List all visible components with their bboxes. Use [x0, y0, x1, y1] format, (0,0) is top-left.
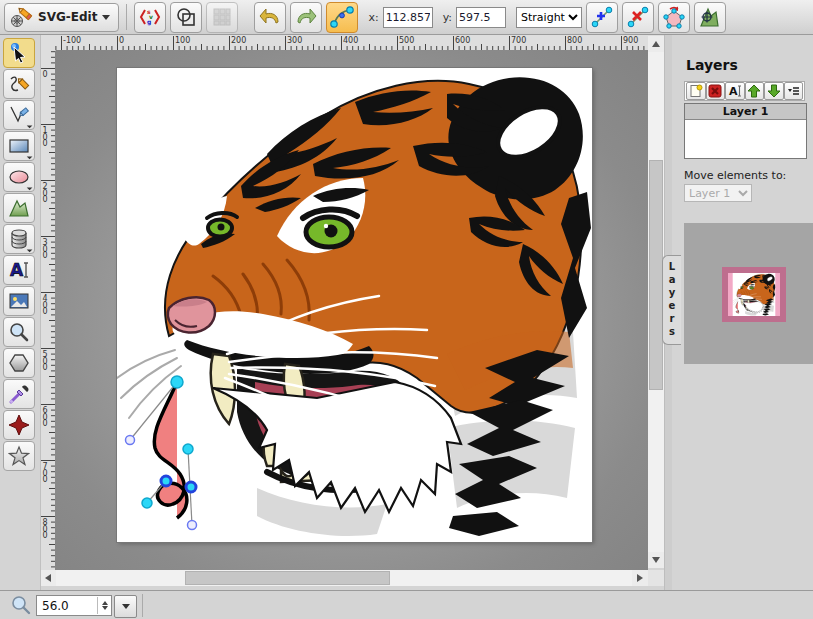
zoom-spinner[interactable] — [97, 597, 111, 614]
rectangle-tool-button[interactable] — [3, 131, 35, 161]
toolbar-separator — [126, 4, 127, 30]
open-path-button[interactable] — [694, 2, 726, 33]
control-handle — [126, 436, 135, 445]
scroll-left-button[interactable] — [40, 570, 56, 586]
path-node-selected — [186, 482, 196, 492]
source-editor-button[interactable]: s v g — [134, 2, 166, 33]
segment-type-select[interactable]: Straight — [516, 7, 582, 28]
layer-thumbnail-image — [728, 273, 780, 316]
add-node-button[interactable] — [586, 2, 618, 33]
vertical-scroll-thumb[interactable] — [649, 160, 663, 390]
ellipse-tool-button[interactable] — [3, 162, 35, 192]
ruler-corner — [40, 35, 56, 51]
arrow-down-green-icon — [767, 84, 781, 98]
layers-panel: Layers A — [672, 35, 813, 619]
spinner-down-icon — [102, 606, 108, 613]
horizontal-scroll-thumb[interactable] — [185, 571, 390, 585]
main-menu-label: SVG-Edit — [38, 10, 97, 24]
close-path-button[interactable] — [658, 2, 690, 33]
shape-lib-tool-button[interactable] — [3, 410, 35, 440]
pencil-icon — [8, 73, 30, 95]
svg-canvas[interactable] — [117, 68, 592, 542]
svg-text:900: 900 — [623, 36, 638, 45]
layer-more-options-button[interactable] — [784, 82, 804, 100]
svg-text:500: 500 — [43, 350, 48, 372]
undo-button[interactable] — [254, 2, 286, 33]
y-coordinate-input[interactable] — [456, 7, 506, 28]
scroll-up-button[interactable] — [648, 36, 664, 52]
new-layer-button[interactable] — [686, 82, 706, 100]
move-elements-select[interactable]: Layer 1 — [684, 184, 752, 202]
svg-text:g: g — [147, 18, 151, 26]
rename-layer-button[interactable]: A — [725, 82, 745, 100]
path-node-icon — [330, 5, 354, 29]
layers-tab-label: Layers — [667, 261, 678, 339]
node-edit-mode-button[interactable] — [326, 2, 358, 33]
scroll-down-button[interactable] — [648, 552, 664, 568]
main-menu-button[interactable]: SVG-Edit — [4, 3, 119, 32]
zoom-preset-dropdown-button[interactable] — [114, 595, 137, 618]
svg-text:300: 300 — [43, 238, 48, 260]
text-tool-button[interactable]: A — [3, 255, 35, 285]
layer-list-body[interactable] — [685, 120, 806, 158]
dropdown-caret-icon — [122, 604, 130, 609]
layer-list-item-selected[interactable]: Layer 1 — [685, 104, 806, 120]
zoom-level-value[interactable]: 56.0 — [37, 599, 97, 613]
horizontal-scrollbar[interactable] — [40, 570, 648, 586]
eyedropper-tool-button[interactable] — [3, 379, 35, 409]
zoom-tool-button[interactable] — [3, 317, 35, 347]
move-layer-down-button[interactable] — [764, 82, 784, 100]
arrow-up-icon — [652, 37, 660, 47]
layers-panel-tab[interactable]: Layers — [662, 255, 681, 345]
x-coordinate-input[interactable] — [383, 7, 433, 28]
add-node-icon — [590, 5, 614, 29]
select-tool-button[interactable] — [3, 38, 35, 68]
rectangle-icon — [8, 135, 30, 157]
arrow-left-icon — [41, 574, 51, 582]
arrow-right-icon — [637, 574, 647, 582]
svg-text:700: 700 — [511, 36, 526, 45]
status-bar: 56.0 — [0, 590, 813, 619]
undo-icon — [258, 5, 282, 29]
path-tool-button[interactable] — [3, 193, 35, 223]
image-tool-button[interactable] — [3, 286, 35, 316]
drawing-workspace[interactable] — [55, 50, 648, 570]
polygon-tool-button[interactable] — [3, 348, 35, 378]
layer-thumbnail[interactable] — [722, 267, 786, 322]
hexagon-icon — [8, 352, 30, 374]
eyedropper-icon — [8, 383, 30, 405]
maltese-cross-icon — [8, 414, 30, 436]
shape-library-button[interactable] — [170, 2, 202, 33]
x-coordinate-label: x: — [368, 11, 378, 24]
layers-panel-title: Layers — [686, 57, 738, 73]
zoom-level-field[interactable]: 56.0 — [36, 595, 112, 616]
svg-text:0: 0 — [43, 70, 48, 79]
line-tool-button[interactable] — [3, 100, 35, 130]
delete-node-button[interactable] — [622, 2, 654, 33]
move-layer-up-button[interactable] — [745, 82, 765, 100]
delete-node-icon — [626, 5, 650, 29]
select-arrow-icon — [8, 42, 30, 64]
path-node — [171, 376, 183, 388]
layer-buttons-strip: A — [684, 81, 805, 101]
close-path-icon — [662, 5, 686, 29]
cylinder-tool-button[interactable] — [3, 224, 35, 254]
redo-button[interactable] — [290, 2, 322, 33]
svg-text:200: 200 — [43, 182, 48, 204]
delete-layer-icon — [708, 84, 722, 98]
delete-layer-button[interactable] — [706, 82, 726, 100]
path-node-selected — [161, 476, 171, 486]
path-node — [142, 498, 152, 508]
svg-text:-100: -100 — [63, 36, 81, 45]
overlapping-shapes-icon — [175, 6, 197, 28]
svg-text:700: 700 — [43, 462, 48, 484]
grid-button[interactable] — [206, 2, 238, 33]
scrollbar-corner — [648, 570, 664, 586]
vertical-ruler: 0100200300400500600700800900 — [40, 50, 55, 570]
pencil-tool-button[interactable] — [3, 69, 35, 99]
ellipse-icon — [8, 166, 30, 188]
image-icon — [8, 290, 30, 312]
svg-text:800: 800 — [567, 36, 582, 45]
scroll-right-button[interactable] — [632, 570, 648, 586]
star-tool-button[interactable] — [3, 441, 35, 471]
